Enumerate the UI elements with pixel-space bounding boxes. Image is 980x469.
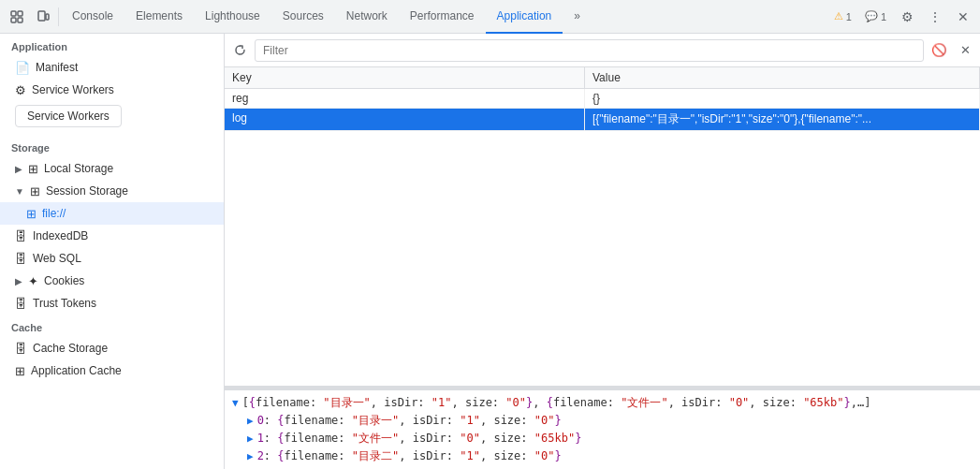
trust-tokens-label: Trust Tokens [33, 297, 96, 310]
toolbar-tabs: Console Elements Lighthouse Sources Netw… [61, 0, 828, 34]
sidebar-item-cache-storage[interactable]: 🗄 Cache Storage [0, 337, 224, 359]
expand-arrow-1[interactable]: ▶ [247, 431, 254, 447]
sidebar-item-app-cache[interactable]: ⊞ Application Cache [0, 359, 224, 382]
msg-icon: 💬 [865, 10, 878, 22]
console-line-main: ▼ [{filename: "目录一", isDir: "1", size: "… [232, 394, 973, 412]
table-header: Key Value [225, 67, 980, 89]
cache-storage-icon: 🗄 [15, 342, 27, 356]
right-panel: 🚫 ✕ Key Value reg {} log [{"filename":"目… [225, 34, 980, 469]
more-options-icon-btn[interactable]: ⋮ [922, 4, 948, 30]
sidebar-item-indexeddb[interactable]: 🗄 IndexedDB [0, 225, 224, 247]
console-main-value: [{filename: "目录一", isDir: "1", size: "0"… [242, 394, 871, 411]
service-workers-button[interactable]: Service Workers [15, 105, 122, 127]
warn-count: 1 [846, 11, 852, 22]
expand-arrow-main[interactable]: ▼ [232, 395, 239, 412]
service-workers-button-wrap: Service Workers [0, 101, 224, 135]
msg-count: 1 [881, 11, 886, 22]
app-section-title: Application [0, 34, 224, 56]
svg-rect-2 [11, 18, 16, 22]
sidebar-item-service-workers[interactable]: ⚙ Service Workers [0, 79, 224, 101]
sidebar-item-trust-tokens[interactable]: 🗄 Trust Tokens [0, 292, 224, 315]
sidebar-item-cookies[interactable]: ▶ ✦ Cookies [0, 270, 224, 292]
top-toolbar: Console Elements Lighthouse Sources Netw… [0, 0, 980, 34]
sidebar-item-websql[interactable]: 🗄 Web SQL [0, 247, 224, 270]
row-0-key: reg [225, 89, 585, 108]
toolbar-divider [58, 7, 59, 26]
filter-input[interactable] [255, 39, 924, 62]
service-workers-label: Service Workers [32, 83, 114, 96]
inspect-icon-btn[interactable] [4, 4, 30, 30]
tab-more[interactable]: » [563, 0, 592, 34]
refresh-button[interactable] [228, 39, 251, 62]
expand-arrow-2[interactable]: ▶ [247, 448, 254, 465]
manifest-icon: 📄 [15, 61, 30, 75]
app-cache-label: Application Cache [31, 364, 122, 377]
session-storage-label: Session Storage [46, 184, 128, 198]
cache-section-title: Cache [0, 315, 224, 337]
msg-badge-btn[interactable]: 💬 1 [859, 6, 892, 28]
row-0-value: {} [585, 89, 980, 108]
cache-storage-label: Cache Storage [33, 342, 108, 355]
device-icon-btn[interactable] [30, 4, 56, 30]
app-cache-icon: ⊞ [15, 364, 25, 378]
table-row[interactable]: reg {} [225, 89, 980, 109]
console-item-0: 0: {filename: "目录一", isDir: "1", size: "… [257, 412, 562, 429]
tab-lighthouse[interactable]: Lighthouse [194, 0, 271, 34]
console-line-0: ▶ 0: {filename: "目录一", isDir: "1", size:… [232, 412, 973, 430]
tab-application[interactable]: Application [486, 0, 563, 34]
row-1-value: [{"filename":"目录一","isDir":"1","size":"0… [585, 109, 980, 130]
tab-performance[interactable]: Performance [399, 0, 486, 34]
console-line-2: ▶ 2: {filename: "目录二", isDir: "1", size:… [232, 447, 973, 465]
svg-rect-0 [11, 11, 16, 16]
console-line-1: ▶ 1: {filename: "文件一", isDir: "0", size:… [232, 430, 973, 447]
cookies-icon: ✦ [28, 274, 38, 288]
sidebar-item-file[interactable]: ⊞ file:// [0, 202, 224, 225]
cookies-label: Cookies [44, 274, 84, 287]
websql-icon: 🗄 [15, 252, 27, 266]
settings-icon-btn[interactable]: ⚙ [894, 4, 920, 30]
console-item-1: 1: {filename: "文件一", isDir: "0", size: "… [257, 430, 582, 447]
svg-rect-4 [38, 11, 45, 21]
storage-section-title: Storage [0, 135, 224, 157]
tab-elements[interactable]: Elements [124, 0, 194, 34]
session-storage-icon: ⊞ [30, 184, 40, 198]
table-area: Key Value reg {} log [{"filename":"目录一",… [225, 67, 980, 386]
row-1-key: log [225, 109, 585, 130]
col-key-header: Key [225, 67, 585, 88]
websql-label: Web SQL [33, 252, 81, 265]
sidebar-item-manifest[interactable]: 📄 Manifest [0, 56, 224, 79]
service-workers-gear-icon: ⚙ [15, 83, 26, 97]
local-storage-icon: ⊞ [28, 162, 38, 176]
session-storage-expand-icon: ▼ [15, 186, 24, 197]
main-area: Application 📄 Manifest ⚙ Service Workers… [0, 34, 980, 469]
tab-sources[interactable]: Sources [271, 0, 335, 34]
toolbar-right: ⚠ 1 💬 1 ⚙ ⋮ ✕ [828, 4, 976, 30]
close-icon-btn[interactable]: ✕ [950, 4, 976, 30]
file-label: file:// [42, 207, 66, 220]
sidebar: Application 📄 Manifest ⚙ Service Workers… [0, 34, 225, 469]
clear-filter-btn[interactable]: 🚫 [928, 39, 950, 62]
console-item-2: 2: {filename: "目录二", isDir: "1", size: "… [257, 447, 562, 464]
file-icon: ⊞ [26, 207, 37, 221]
table-row[interactable]: log [{"filename":"目录一","isDir":"1","size… [225, 109, 980, 131]
local-storage-label: Local Storage [44, 162, 113, 175]
manifest-label: Manifest [36, 61, 78, 74]
sidebar-item-local-storage[interactable]: ▶ ⊞ Local Storage [0, 157, 224, 180]
svg-rect-3 [18, 18, 22, 22]
svg-rect-5 [46, 14, 49, 20]
indexeddb-icon: 🗄 [15, 229, 27, 243]
filter-bar: 🚫 ✕ [225, 34, 980, 67]
warn-badge-btn[interactable]: ⚠ 1 [828, 6, 857, 28]
sidebar-item-session-storage[interactable]: ▼ ⊞ Session Storage [0, 180, 224, 202]
svg-rect-1 [18, 11, 22, 16]
close-filter-btn[interactable]: ✕ [954, 39, 976, 62]
tab-console[interactable]: Console [61, 0, 124, 34]
cookies-expand-icon: ▶ [15, 276, 22, 286]
expand-arrow-0[interactable]: ▶ [247, 413, 254, 430]
local-storage-expand-icon: ▶ [15, 164, 22, 174]
indexeddb-label: IndexedDB [33, 229, 88, 242]
trust-tokens-icon: 🗄 [15, 297, 27, 311]
bottom-panel: ▼ [{filename: "目录一", isDir: "1", size: "… [225, 389, 980, 469]
tab-network[interactable]: Network [335, 0, 399, 34]
warn-icon: ⚠ [834, 10, 843, 22]
